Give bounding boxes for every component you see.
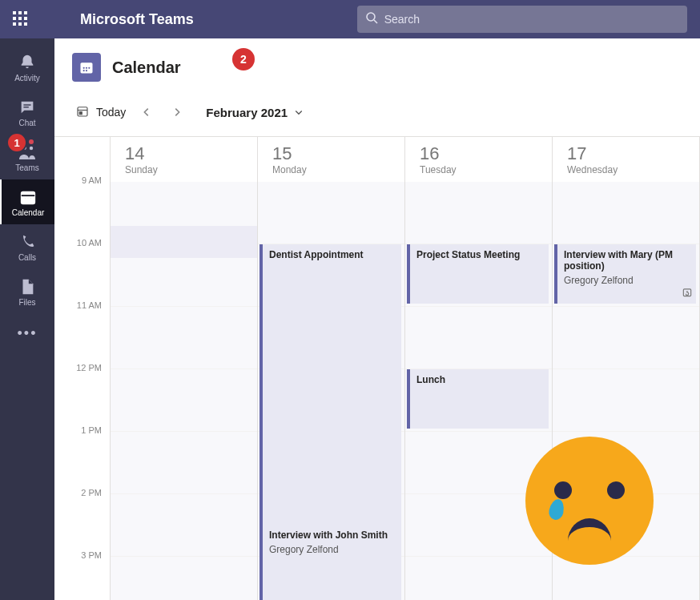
calendar-toolbar: Today February 2021 xyxy=(54,96,700,136)
hour-label: 9 AM xyxy=(82,175,102,185)
time-gutter: 9 AM 10 AM 11 AM 12 PM 1 PM 2 PM 3 PM xyxy=(54,137,111,600)
event-dentist[interactable]: Dentist Appointment xyxy=(259,244,401,525)
rail-chat[interactable]: Chat xyxy=(0,90,54,135)
day-number: 17 xyxy=(567,143,685,164)
today-label: Today xyxy=(96,106,126,119)
svg-line-1 xyxy=(374,20,377,23)
event-title: Dentist Appointment xyxy=(269,249,395,260)
hour-label: 12 PM xyxy=(76,363,102,372)
day-number: 14 xyxy=(125,143,243,164)
search-input[interactable] xyxy=(384,13,679,26)
month-label: February 2021 xyxy=(206,106,288,119)
calendar-main: Calendar 2 Today February 2021 xyxy=(54,38,700,600)
rail-activity-label: Activity xyxy=(14,74,40,83)
today-button[interactable]: Today xyxy=(72,101,129,124)
day-column-monday[interactable]: 15 Monday Dentist Appointment Interview … xyxy=(258,137,405,600)
month-picker[interactable]: February 2021 xyxy=(206,106,304,119)
day-header: 15 Monday xyxy=(258,137,404,182)
rail-files[interactable]: Files xyxy=(0,269,54,314)
day-header: 16 Tuesday xyxy=(405,137,552,182)
hour-label: 2 PM xyxy=(81,488,102,497)
day-name: Monday xyxy=(272,164,390,175)
svg-point-12 xyxy=(83,67,85,69)
day-header: 14 Sunday xyxy=(111,137,257,182)
title-bar: Microsoft Teams xyxy=(0,0,700,38)
svg-point-16 xyxy=(86,70,87,71)
day-name: Tuesday xyxy=(420,164,537,175)
svg-point-10 xyxy=(30,197,32,199)
rail-more[interactable]: ••• xyxy=(18,314,38,353)
page-title: Calendar xyxy=(112,58,181,77)
event-project-status[interactable]: Project Status Meeting xyxy=(407,244,549,304)
svg-point-13 xyxy=(86,67,87,69)
app-rail: Activity Chat 1 Teams Calen xyxy=(0,38,54,600)
event-title: Interview with Mary (PM position) xyxy=(564,249,690,272)
page-header: Calendar 2 xyxy=(54,38,700,96)
event-title: Interview with John Smith xyxy=(269,530,395,541)
app-name: Microsoft Teams xyxy=(80,11,194,28)
day-header: 17 Wednesday xyxy=(553,137,699,182)
chevron-down-icon xyxy=(294,106,304,119)
rail-calendar-label: Calendar xyxy=(12,208,45,217)
hour-label: 1 PM xyxy=(81,425,102,435)
svg-point-15 xyxy=(83,70,85,71)
calendar-app-icon xyxy=(72,53,101,82)
rail-calendar[interactable]: Calendar xyxy=(0,179,54,224)
rail-teams[interactable]: 1 Teams xyxy=(0,135,54,179)
event-title: Lunch xyxy=(416,374,542,385)
next-week-button[interactable] xyxy=(164,99,190,125)
calendar-icon xyxy=(18,187,38,207)
day-name: Wednesday xyxy=(567,164,685,175)
today-icon xyxy=(75,104,90,121)
rail-activity[interactable]: Activity xyxy=(0,45,54,90)
day-column-sunday[interactable]: 14 Sunday xyxy=(111,137,258,600)
annotation-badge-1: 1 xyxy=(6,132,27,153)
app-launcher-icon[interactable] xyxy=(13,11,29,27)
svg-point-0 xyxy=(367,13,375,21)
svg-rect-2 xyxy=(23,104,30,105)
hour-label: 10 AM xyxy=(77,238,102,248)
rail-teams-label: Teams xyxy=(15,163,38,172)
event-organizer: Gregory Zelfond xyxy=(564,275,690,286)
prev-week-button[interactable] xyxy=(134,99,159,125)
svg-point-9 xyxy=(27,197,29,199)
day-name: Sunday xyxy=(125,164,243,175)
annotation-badge-2: 2 xyxy=(232,48,255,70)
event-title: Project Status Meeting xyxy=(416,249,542,260)
recurring-icon xyxy=(682,287,693,300)
event-interview-mary[interactable]: Interview with Mary (PM position) Gregor… xyxy=(554,244,696,304)
event-lunch[interactable]: Lunch xyxy=(407,369,549,429)
hour-label: 11 AM xyxy=(77,300,102,310)
rail-files-label: Files xyxy=(18,298,35,307)
chat-icon xyxy=(18,98,37,117)
hour-label: 3 PM xyxy=(81,550,102,560)
rail-calls[interactable]: Calls xyxy=(0,224,54,269)
teams-notification-dot xyxy=(29,139,34,144)
day-number: 15 xyxy=(272,143,390,164)
phone-icon xyxy=(18,232,37,252)
sad-face-emoji xyxy=(525,437,654,565)
file-icon xyxy=(18,277,37,296)
event-interview-john[interactable]: Interview with John Smith Gregory Zelfon… xyxy=(259,525,401,600)
search-box[interactable] xyxy=(357,6,687,33)
rail-chat-label: Chat xyxy=(18,119,35,127)
event-organizer: Gregory Zelfond xyxy=(269,544,395,555)
svg-point-14 xyxy=(88,67,90,69)
bell-icon xyxy=(18,53,37,72)
svg-point-8 xyxy=(24,197,26,199)
svg-point-5 xyxy=(30,146,33,149)
svg-rect-19 xyxy=(79,111,82,114)
rail-calls-label: Calls xyxy=(18,253,36,262)
search-icon xyxy=(365,11,378,27)
day-number: 16 xyxy=(420,143,537,164)
svg-rect-3 xyxy=(23,107,28,107)
